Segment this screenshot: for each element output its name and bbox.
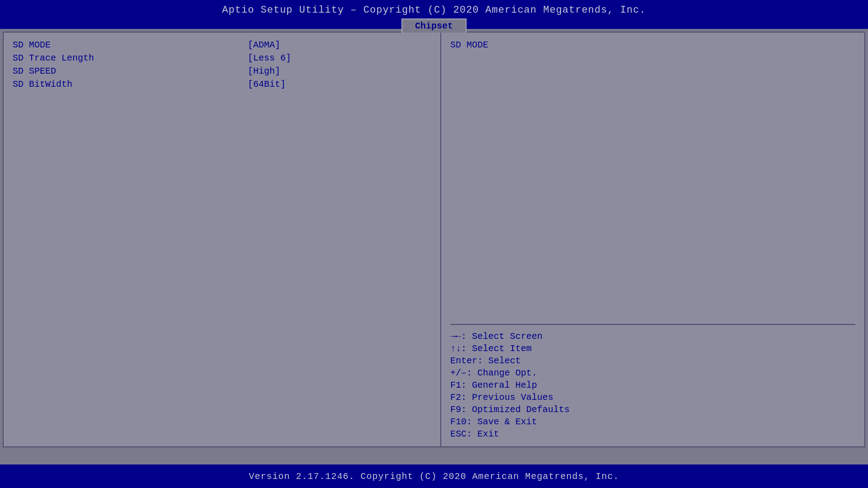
key-line: F10: Save & Exit bbox=[450, 417, 855, 427]
setting-row[interactable]: SD MODE[ADMA] bbox=[13, 40, 431, 50]
tab-bar: Chipset bbox=[0, 19, 868, 33]
key-line: →←: Select Screen bbox=[450, 331, 855, 342]
key-line: ↑↓: Select Item bbox=[450, 343, 855, 354]
key-help: →←: Select Screen↑↓: Select ItemEnter: S… bbox=[450, 331, 855, 439]
key-line: F2: Previous Values bbox=[450, 392, 855, 403]
help-divider bbox=[450, 324, 855, 325]
header-title: Aptio Setup Utility – Copyright (C) 2020… bbox=[0, 3, 868, 17]
setting-value: [ADMA] bbox=[248, 40, 280, 50]
setting-row[interactable]: SD Trace Length[Less 6] bbox=[13, 53, 431, 63]
left-panel: SD MODE[ADMA]SD Trace Length[Less 6]SD S… bbox=[4, 33, 441, 446]
setting-name: SD MODE bbox=[13, 40, 248, 50]
setting-name: SD BitWidth bbox=[13, 79, 248, 89]
help-title: SD MODE bbox=[450, 40, 855, 50]
setting-value: [64Bit] bbox=[248, 79, 286, 89]
help-text-area: SD MODE bbox=[450, 40, 855, 324]
key-line: F1: General Help bbox=[450, 380, 855, 390]
footer: Version 2.17.1246. Copyright (C) 2020 Am… bbox=[0, 465, 868, 488]
main-container: SD MODE[ADMA]SD Trace Length[Less 6]SD S… bbox=[3, 32, 865, 447]
footer-text: Version 2.17.1246. Copyright (C) 2020 Am… bbox=[249, 471, 619, 482]
key-line: F9: Optimized Defaults bbox=[450, 404, 855, 415]
setting-value: [Less 6] bbox=[248, 53, 291, 63]
setting-row[interactable]: SD SPEED[High] bbox=[13, 66, 431, 76]
tab-chipset[interactable]: Chipset bbox=[401, 19, 467, 33]
key-line: Enter: Select bbox=[450, 356, 855, 366]
setting-row[interactable]: SD BitWidth[64Bit] bbox=[13, 79, 431, 89]
setting-value: [High] bbox=[248, 66, 280, 76]
setting-name: SD SPEED bbox=[13, 66, 248, 76]
key-line: ESC: Exit bbox=[450, 429, 855, 439]
right-panel: SD MODE →←: Select Screen↑↓: Select Item… bbox=[441, 33, 864, 446]
key-line: +/–: Change Opt. bbox=[450, 368, 855, 378]
header: Aptio Setup Utility – Copyright (C) 2020… bbox=[0, 0, 868, 29]
setting-name: SD Trace Length bbox=[13, 53, 248, 63]
